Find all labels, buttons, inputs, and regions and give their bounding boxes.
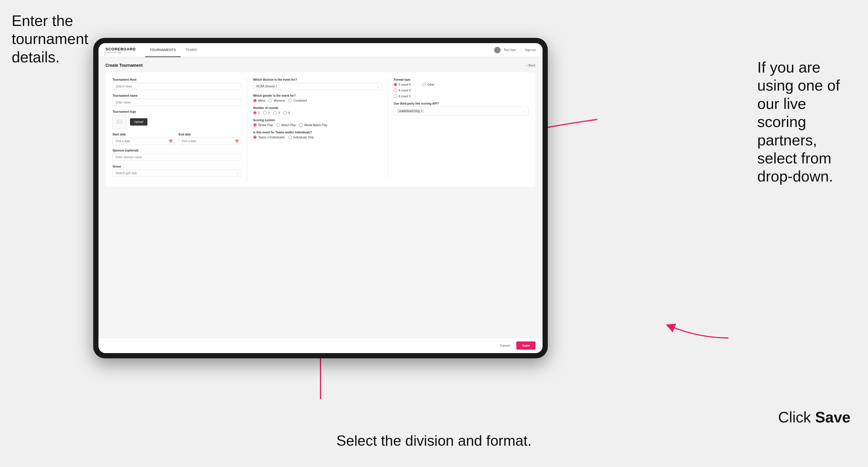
venue-group: Venue	[113, 165, 241, 177]
scoring-medal-match[interactable]: Medal Match Play	[299, 123, 327, 127]
gender-mens-radio[interactable]	[253, 99, 257, 102]
upload-button[interactable]: Upload	[130, 118, 148, 126]
tablet-screen: SCOREBOARD Powered by clippi TOURNAMENTS…	[98, 43, 542, 353]
rounds-4[interactable]: 4	[283, 111, 290, 115]
format-6count4-radio[interactable]	[394, 89, 397, 92]
format-6count5-label: 6 count 5	[399, 95, 410, 98]
gender-radio-group: Mens Womens Combined	[253, 99, 382, 102]
save-button[interactable]: Save	[516, 341, 535, 350]
form-footer: Cancel Save	[98, 338, 542, 353]
start-date-label: Start date	[113, 133, 175, 136]
annotation-live-scoring: If you are using one of our live scoring…	[757, 58, 856, 186]
event-type-label: Is this event for Teams and/or Individua…	[253, 131, 382, 134]
format-6count5-radio[interactable]	[394, 94, 397, 98]
nav-divider: |	[520, 49, 521, 52]
nav-avatar	[494, 47, 501, 53]
cancel-button[interactable]: Cancel	[496, 342, 514, 349]
venue-label: Venue	[113, 165, 241, 168]
rounds-3-radio[interactable]	[273, 111, 277, 115]
sponsor-input[interactable]	[113, 154, 241, 161]
gender-womens[interactable]: Womens	[269, 99, 285, 102]
format-other-radio[interactable]	[422, 83, 426, 86]
division-select-wrapper: NCAA Division I	[253, 83, 382, 90]
annotation-save: Click Save	[778, 408, 850, 426]
nav-signout[interactable]: Sign out	[525, 49, 535, 52]
live-scoring-wrapper[interactable]: Leaderboard King × ⌄	[394, 106, 529, 115]
rounds-1[interactable]: 1	[253, 111, 260, 115]
navbar: SCOREBOARD Powered by clippi TOURNAMENTS…	[98, 43, 542, 57]
svg-point-1	[118, 121, 119, 122]
division-value: NCAA Division I	[256, 85, 277, 88]
start-date-input[interactable]	[113, 137, 175, 145]
tournament-host-input[interactable]	[113, 83, 241, 90]
scoring-match-radio[interactable]	[277, 123, 280, 127]
scoring-stroke-label: Stroke Play	[258, 124, 273, 127]
scoring-radio-group: Stroke Play Match Play Medal Match Play	[253, 123, 382, 127]
event-individuals-radio[interactable]	[288, 135, 292, 139]
event-teams-label: Teams (+Individuals)	[258, 136, 285, 139]
end-date-icon: 📅	[235, 139, 239, 143]
format-6count5[interactable]: 6 count 5	[394, 94, 529, 98]
end-date-input[interactable]	[179, 137, 241, 145]
nav-tabs: TOURNAMENTS TEAMS	[145, 43, 494, 57]
division-select[interactable]: NCAA Division I	[253, 83, 382, 90]
nav-tab-tournaments[interactable]: TOURNAMENTS	[145, 43, 181, 57]
venue-input[interactable]	[113, 169, 241, 177]
left-column: Tournament Host Tournament name Tourname…	[113, 78, 247, 181]
rounds-4-radio[interactable]	[283, 111, 287, 115]
scoring-stroke[interactable]: Stroke Play	[253, 123, 273, 127]
format-type-options: 5 count 4 Other	[394, 83, 529, 98]
start-date-group: Start date 📅	[113, 133, 175, 145]
rounds-3[interactable]: 3	[273, 111, 280, 115]
logo-upload-area: Upload	[113, 115, 241, 129]
format-5count4[interactable]: 5 count 4	[394, 83, 410, 86]
event-type-group: Is this event for Teams and/or Individua…	[253, 131, 382, 139]
format-5count4-radio[interactable]	[394, 83, 397, 86]
event-individuals[interactable]: Individuals Only	[288, 135, 314, 139]
nav-logo-sub: Powered by clippi	[105, 51, 136, 53]
gender-womens-label: Womens	[274, 99, 285, 102]
tournament-name-input[interactable]	[113, 99, 241, 106]
tablet: SCOREBOARD Powered by clippi TOURNAMENTS…	[93, 38, 548, 358]
start-date-icon: 📅	[169, 139, 173, 143]
division-group: Which division is the event for? NCAA Di…	[253, 78, 382, 90]
event-teams-radio[interactable]	[253, 135, 257, 139]
live-scoring-tag-remove[interactable]: ×	[421, 110, 423, 113]
format-6count4[interactable]: 6 count 4	[394, 89, 529, 92]
scoring-medal-match-radio[interactable]	[299, 123, 303, 127]
gender-combined-radio[interactable]	[288, 99, 292, 102]
scoring-match[interactable]: Match Play	[277, 123, 296, 127]
format-type-label: Format type	[394, 78, 529, 81]
back-link[interactable]: ‹ Back	[527, 63, 535, 67]
sponsor-label: Sponsor (optional)	[113, 149, 241, 152]
page-header: Create Tournament ‹ Back	[105, 63, 535, 68]
annotation-enter-details: Enter the tournament details.	[12, 12, 93, 66]
tournament-logo-group: Tournament logo Upload	[113, 110, 241, 129]
gender-mens[interactable]: Mens	[253, 99, 265, 102]
rounds-4-label: 4	[288, 111, 290, 115]
rounds-radio-group: 1 2 3	[253, 111, 382, 115]
annotation-division-format: Select the division and format.	[337, 432, 532, 449]
rounds-2-radio[interactable]	[263, 111, 267, 115]
rounds-1-label: 1	[258, 111, 260, 115]
nav-tab-teams[interactable]: TEAMS	[181, 43, 202, 57]
middle-column: Which division is the event for? NCAA Di…	[253, 78, 388, 181]
start-date-wrapper: 📅	[113, 137, 175, 145]
format-row-1: 5 count 4 Other	[394, 83, 529, 86]
format-other-label: Other	[427, 83, 434, 86]
live-scoring-arrow: ⌄	[523, 110, 525, 113]
rounds-1-radio[interactable]	[253, 111, 257, 115]
scoring-group: Scoring system Stroke Play Match Play	[253, 119, 382, 127]
event-teams[interactable]: Teams (+Individuals)	[253, 135, 285, 139]
format-other[interactable]: Other	[422, 83, 434, 86]
event-type-radio-group: Teams (+Individuals) Individuals Only	[253, 135, 382, 139]
rounds-3-label: 3	[278, 111, 280, 115]
scoring-stroke-radio[interactable]	[253, 123, 257, 127]
gender-combined[interactable]: Combined	[288, 99, 307, 102]
end-date-wrapper: 📅	[179, 137, 241, 145]
rounds-2[interactable]: 2	[263, 111, 270, 115]
tournament-logo-label: Tournament logo	[113, 110, 241, 113]
nav-logo-title: SCOREBOARD	[105, 47, 136, 51]
rounds-label: Number of rounds	[253, 106, 382, 110]
gender-womens-radio[interactable]	[269, 99, 272, 102]
